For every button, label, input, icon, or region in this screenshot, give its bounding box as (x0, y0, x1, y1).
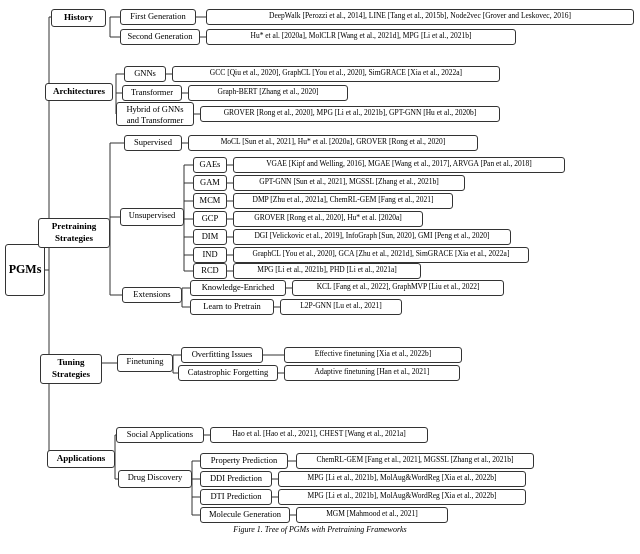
node-property: Property Prediction (200, 453, 288, 469)
node-dim: DIM (193, 229, 227, 245)
diagram: PGMs History Architectures PretrainingSt… (0, 0, 640, 540)
node-ddi: DDI Prediction (200, 471, 272, 487)
node-pgms: PGMs (5, 244, 45, 296)
node-molecule-gen: Molecule Generation (200, 507, 290, 523)
node-gam: GAM (193, 175, 227, 191)
node-hybrid: Hybrid of GNNsand Transformer (116, 102, 194, 126)
ref-dgi: DGI [Velickovic et al., 2019], InfoGraph… (233, 229, 511, 245)
node-knowledge: Knowledge-Enriched (190, 280, 286, 296)
node-unsupervised: Unsupervised (120, 208, 184, 226)
node-rcd: RCD (193, 263, 227, 279)
node-supervised: Supervised (124, 135, 182, 151)
ref-kcl: KCL [Fang et al., 2022], GraphMVP [Liu e… (292, 280, 504, 296)
ref-graphbert: Graph-BERT [Zhang et al., 2020] (188, 85, 348, 101)
ref-hu2020a: Hu* et al. [2020a], MolCLR [Wang et al.,… (206, 29, 516, 45)
ref-chemrl: ChemRL-GEM [Fang et al., 2021], MGSSL [Z… (296, 453, 534, 469)
node-history: History (51, 9, 106, 27)
node-extensions: Extensions (122, 287, 182, 303)
ref-mpg-dti: MPG [Li et al., 2021b], MolAug&WordReg [… (278, 489, 526, 505)
node-gnns: GNNs (124, 66, 166, 82)
node-overfitting: Overfitting Issues (181, 347, 263, 363)
node-learn-pretrain: Learn to Pretrain (190, 299, 274, 315)
node-mcm: MCM (193, 193, 227, 209)
ref-graphcl: GraphCL [You et al., 2020], GCA [Zhu et … (233, 247, 529, 263)
ref-mgm: MGM [Mahmood et al., 2021] (296, 507, 448, 523)
ref-grover2: GROVER [Rong et al., 2020], Hu* et al. [… (233, 211, 423, 227)
node-applications: Applications (47, 450, 115, 468)
node-pretraining: PretrainingStrategies (38, 218, 110, 248)
figure-caption: Figure 1. Tree of PGMs with Pretraining … (0, 525, 640, 534)
ref-mpg-ddi: MPG [Li et al., 2021b], MolAug&WordReg [… (278, 471, 526, 487)
node-catastrophic: Catastrophic Forgetting (178, 365, 278, 381)
node-tuning: TuningStrategies (40, 354, 102, 384)
node-dti: DTI Prediction (200, 489, 272, 505)
node-transformer: Transformer (122, 85, 182, 101)
ref-gpt-gnn: GPT-GNN [Sun et al., 2021], MGSSL [Zhang… (233, 175, 465, 191)
ref-adaptive: Adaptive finetuning [Han et al., 2021] (284, 365, 460, 381)
ref-mocl: MoCL [Sun et al., 2021], Hu* et al. [202… (188, 135, 478, 151)
node-gcp: GCP (193, 211, 227, 227)
node-social: Social Applications (116, 427, 204, 443)
ref-hao: Hao et al. [Hao et al., 2021], CHEST [Wa… (210, 427, 428, 443)
ref-grover: GROVER [Rong et al., 2020], MPG [Li et a… (200, 106, 500, 122)
node-first-gen: First Generation (120, 9, 196, 25)
ref-vgae: VGAE [Kipf and Welling, 2016], MGAE [Wan… (233, 157, 565, 173)
node-second-gen: Second Generation (120, 29, 200, 45)
node-gaes: GAEs (193, 157, 227, 173)
node-finetuning: Finetuning (117, 354, 173, 372)
ref-dmp: DMP [Zhu et al., 2021a], ChemRL-GEM [Fan… (233, 193, 453, 209)
ref-deepwalk: DeepWalk [Perozzi et al., 2014], LINE [T… (206, 9, 634, 25)
node-drug: Drug Discovery (118, 470, 192, 488)
ref-gcc: GCC [Qiu et al., 2020], GraphCL [You et … (172, 66, 500, 82)
node-ind: IND (193, 247, 227, 263)
ref-mpg: MPG [Li et al., 2021b], PHD [Li et al., … (233, 263, 421, 279)
ref-l2p: L2P-GNN [Lu et al., 2021] (280, 299, 402, 315)
ref-effective: Effective finetuning [Xia et al., 2022b] (284, 347, 462, 363)
node-architectures: Architectures (45, 83, 113, 101)
